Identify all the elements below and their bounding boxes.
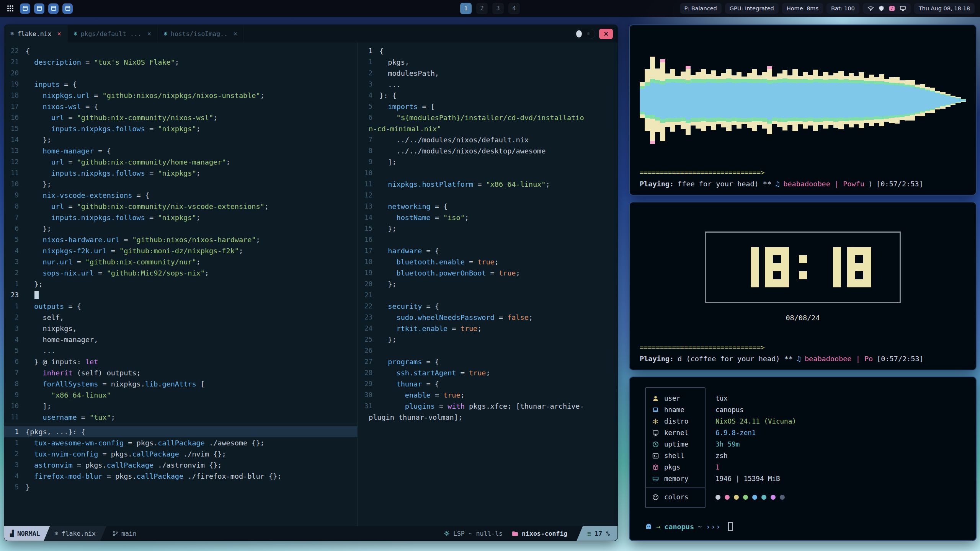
- snowflake-icon: [652, 418, 659, 425]
- code-line: 23 sudo.wheelNeedsPassword = false;: [358, 312, 617, 323]
- tab-close-icon[interactable]: ×: [147, 30, 151, 37]
- fetch-row-uptime: uptime: [652, 439, 699, 450]
- code-line: 3 astronvim = pkgs.callPackage ./astronv…: [4, 460, 357, 471]
- terminal-cursor[interactable]: [728, 522, 733, 531]
- visualizer-bar: [823, 72, 828, 129]
- shield-icon[interactable]: [879, 5, 884, 11]
- tab-flake-nix[interactable]: ❄flake.nix×: [4, 25, 68, 42]
- mode-icon: ▟: [10, 530, 14, 537]
- visualizer-bar: [726, 69, 731, 131]
- app-grid-icon[interactable]: [5, 3, 15, 13]
- mode-segment: ▟ NORMAL: [4, 526, 50, 541]
- progress-label: 17 %: [595, 530, 610, 537]
- code-line: 2 modulesPath,: [358, 68, 617, 79]
- screen-icon[interactable]: [900, 5, 906, 11]
- clock-date: 08/08/24: [786, 314, 820, 322]
- code-line: 1 tux-awesome-wm-config = pkgs.callPacka…: [4, 437, 357, 448]
- code-line: 17 nixos-wsl = {: [4, 101, 357, 112]
- visualizer-bar: [920, 84, 925, 116]
- palette-dot: [715, 495, 720, 500]
- launcher-icon-app-4[interactable]: [62, 3, 73, 14]
- fetch-label: memory: [664, 475, 688, 483]
- launcher-icon-app-1[interactable]: [20, 3, 30, 14]
- tab-hosts-isoimag-[interactable]: ❄hosts/isoImag..×: [158, 25, 244, 42]
- palette-dot: [780, 495, 785, 500]
- fetch-row-user: user: [652, 393, 699, 404]
- fetch-label: hname: [664, 406, 684, 414]
- code-line: 7 ../../modules/nixos/default.nix: [358, 134, 617, 145]
- launcher-icon-app-2[interactable]: [34, 3, 44, 14]
- workspace-tag-1[interactable]: 1: [460, 3, 472, 14]
- launcher-icon-app-3[interactable]: [48, 3, 59, 14]
- clock-digit: [817, 247, 841, 287]
- visualizer-bar: [879, 74, 884, 126]
- tab-close-icon[interactable]: ×: [57, 30, 61, 37]
- tab-close-icon[interactable]: ×: [234, 30, 237, 37]
- clock-digit: [735, 247, 759, 287]
- code-line: 31 plugins = with pkgs.xfce; [thunar-arc…: [358, 401, 617, 412]
- fetch-row-pkgs: pkgs: [652, 461, 699, 473]
- clock-terminal: 08/08/24 ==============================>…: [629, 202, 977, 370]
- code-line: 9 "x86_64-linux": [4, 390, 357, 401]
- code-line: 11 username = "tux";: [4, 412, 357, 423]
- code-line: 4 firefox-mod-blur = pkgs.callPackage ./…: [4, 471, 357, 482]
- visualizer-bar: [686, 66, 691, 135]
- code-line: 6 };: [4, 223, 357, 234]
- code-line: 7 inputs.nixpkgs.follows = "nixpkgs";: [4, 212, 357, 223]
- status-pills: P: BalancedGPU: IntegratedHome: 8msBat: …: [680, 3, 859, 14]
- fetch-row-colors: colors: [652, 491, 699, 503]
- clock-frame: [705, 231, 901, 303]
- visualizer-bar: [787, 75, 792, 125]
- media-icon[interactable]: ♪: [889, 5, 895, 11]
- fetch-label: uptime: [664, 440, 688, 448]
- visualizer-bar: [889, 77, 894, 123]
- visualizer-bar: [951, 96, 956, 105]
- wifi-icon[interactable]: [867, 5, 874, 11]
- pane-iso-image-nix[interactable]: 1{1 pkgs,2 modulesPath,3 ...4}: {5 impor…: [358, 42, 617, 526]
- code-line: 19 inputs = {: [4, 79, 357, 90]
- visualizer-bar: [961, 99, 966, 102]
- fetch-value-kernel: 6.9.8-zen1: [715, 427, 796, 439]
- visualizer-bar: [915, 85, 920, 116]
- visualizer-bar: [660, 59, 665, 141]
- code-line: 20: [4, 68, 357, 79]
- editor-tabline: ❄flake.nix×❄pkgs/default ...×❄hosts/isoI…: [4, 25, 617, 42]
- color-palette-dots: [715, 491, 796, 503]
- track-time: [0:57/2:53]: [876, 180, 923, 188]
- ghost-icon: [645, 523, 652, 530]
- code-line: 15 inputs.nixpkgs.follows = "nixpkgs";: [4, 123, 357, 134]
- pinned-launchers: [20, 3, 73, 14]
- code-line: 18 bluetooth.enable = true;: [358, 256, 617, 267]
- code-line: 3 ...: [358, 79, 617, 90]
- code-line: 1 outputs = {: [4, 301, 357, 312]
- code-line: 8 forAllSystems = nixpkgs.lib.genAttrs [: [4, 378, 357, 390]
- visualizer-bar: [910, 80, 915, 121]
- code-line: 5 ...: [4, 345, 357, 356]
- code-line: 4 nixpkgs-f2k.url = "github:moni-dz/nixp…: [4, 245, 357, 256]
- playing-label: Playing:: [640, 355, 674, 363]
- statusline-right: LSP ~ null-ls nixos-config ≡ 17 %: [444, 526, 617, 541]
- track-time: [0:57/2:53]: [877, 355, 924, 363]
- code-line: 8 ../../modules/nixos/desktop/awesome: [358, 145, 617, 156]
- workspace-tag-3[interactable]: 3: [492, 3, 504, 14]
- tab-pkgs-default-[interactable]: ❄pkgs/default ...×: [68, 25, 158, 42]
- fetch-terminal: userhnamedistrokerneluptimeshellpkgsmemo…: [629, 377, 977, 541]
- fetch-divider: [646, 487, 705, 488]
- top-bar: 1234 P: BalancedGPU: IntegratedHome: 8ms…: [0, 0, 980, 17]
- visualizer-bar: [711, 70, 716, 130]
- close-window-button[interactable]: ×: [599, 29, 613, 39]
- workspace-tag-2[interactable]: 2: [476, 3, 488, 14]
- code-line: 19 bluetooth.powerOnBoot = true;: [358, 267, 617, 279]
- pane-pkgs-default-nix[interactable]: 1{pkgs, ...}: {1 tux-awesome-wm-config =…: [4, 424, 357, 526]
- shell-prompt[interactable]: → canopus ~ ›››: [645, 522, 733, 531]
- visualizer-bar: [833, 73, 838, 128]
- workspace-tag-4[interactable]: 4: [508, 3, 520, 14]
- neovim-window: ❄flake.nix×❄pkgs/default ...×❄hosts/isoI…: [4, 24, 618, 541]
- mode-label: NORMAL: [17, 530, 40, 537]
- toggle-dot: [587, 32, 590, 35]
- toggle-knob: [576, 30, 582, 37]
- visualizer-bar: [675, 76, 680, 125]
- theme-toggle-button[interactable]: [575, 29, 595, 39]
- fetch-label: shell: [664, 452, 684, 460]
- pane-flake-nix[interactable]: 22{21 description = "tux's NixOS Flake";…: [4, 42, 357, 424]
